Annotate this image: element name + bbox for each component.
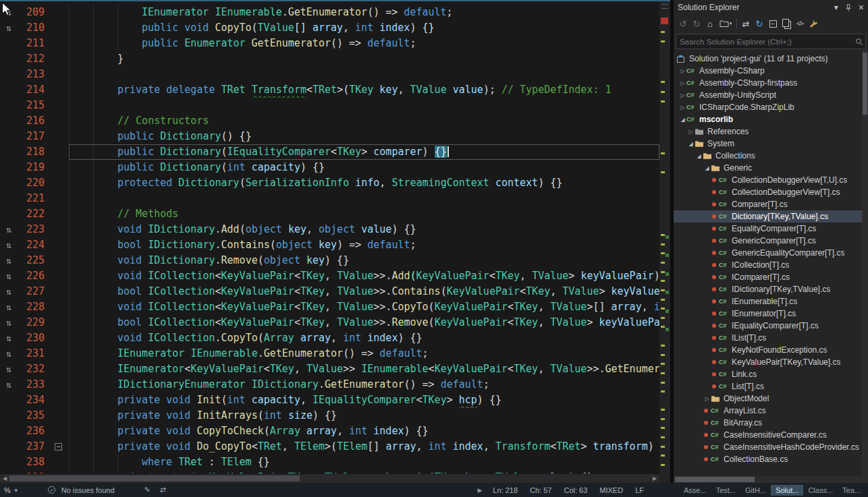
zoom-control[interactable]: % (4, 486, 11, 494)
line-number[interactable]: 221 (18, 191, 50, 206)
up-down-arrows-icon[interactable]: ⇅ (0, 346, 18, 361)
tree-item-file[interactable]: C#List[T].cs (674, 380, 868, 392)
glyph-margin[interactable] (0, 113, 18, 129)
code-text-area[interactable]: // Constructors (69, 113, 659, 129)
code-line[interactable]: ⇅228void ICollection<KeyValuePair<TKey, … (0, 299, 659, 315)
code-text-area[interactable]: IEnumerator<KeyValuePair<TKey, TValue>> … (69, 361, 659, 377)
code-line[interactable]: 215 (0, 98, 659, 113)
tree-item-folder[interactable]: ◢System (674, 138, 868, 150)
tree-item-project[interactable]: ▷C#Assembly-UnityScript (674, 89, 868, 101)
line-number[interactable]: 236 (18, 423, 50, 439)
code-text-area[interactable]: public Dictionary(IEqualityComparer<TKey… (69, 144, 659, 160)
up-down-arrows-icon[interactable]: ⇅ (0, 361, 18, 377)
glyph-margin[interactable] (0, 144, 18, 160)
code-line[interactable]: 236private void CopyToCheck(Array array,… (0, 423, 659, 439)
tree-item-file[interactable]: C#IComparer[T].cs (674, 271, 868, 283)
tree-item-project[interactable]: ▷C#Assembly-CSharp (674, 65, 868, 77)
up-down-arrows-icon[interactable]: ⇅ (0, 222, 18, 237)
code-text-area[interactable]: private void CopyToCheck(Array array, in… (69, 423, 659, 439)
glyph-margin[interactable] (0, 439, 18, 455)
status-eol[interactable]: LF (635, 486, 644, 494)
tree-item-file[interactable]: C#IList[T].cs (674, 332, 868, 344)
code-line[interactable]: 213 (0, 67, 659, 82)
line-number[interactable]: 235 (18, 408, 50, 423)
line-number[interactable]: 225 (18, 253, 50, 268)
up-down-arrows-icon[interactable]: ⇅ (0, 20, 18, 36)
up-down-arrows-icon[interactable]: ⇅ (0, 268, 18, 284)
zoom-dropdown-caret-icon[interactable]: ▼ (13, 488, 19, 494)
up-down-arrows-icon[interactable]: ⇅ (0, 5, 18, 20)
tree-item-file[interactable]: C#GenericEqualityComparer[T].cs (674, 247, 868, 259)
code-text-area[interactable]: where TRet : TElem {} (69, 455, 659, 470)
code-line[interactable]: 214private delegate TRet Transform<TRet>… (0, 82, 659, 98)
play-icon[interactable]: ▶ (477, 487, 482, 494)
code-line[interactable]: 238where TRet : TElem {} (0, 455, 659, 470)
up-down-arrows-icon[interactable]: ⇅ (0, 330, 18, 346)
up-down-arrows-icon[interactable]: ⇅ (0, 315, 18, 330)
line-number[interactable]: 238 (18, 455, 50, 470)
code-text-area[interactable] (69, 67, 659, 82)
glyph-margin[interactable] (0, 98, 18, 113)
collapsed-arrow-icon[interactable]: ▷ (679, 92, 686, 98)
line-number[interactable]: 229 (18, 315, 50, 330)
line-number[interactable]: 223 (18, 222, 50, 237)
tree-item-references[interactable]: ▷References (674, 125, 868, 138)
properties-icon[interactable] (807, 18, 820, 30)
glyph-margin[interactable] (0, 160, 18, 175)
horizontal-scroll-thumb[interactable] (9, 475, 300, 481)
line-number[interactable]: 213 (18, 67, 50, 82)
tree-item-file[interactable]: C#KeyNotFoundException.cs (674, 344, 868, 356)
code-text-area[interactable]: void ICollection<KeyValuePair<TKey, TVal… (69, 299, 659, 315)
code-line[interactable]: ⇅225void IDictionary.Remove(object key) … (0, 253, 659, 268)
tree-item-file[interactable]: C#CaseInsensitiveHashCodeProvider.cs (674, 441, 868, 453)
glyph-margin[interactable] (0, 51, 18, 67)
pencil-icon[interactable]: ✎ (144, 486, 151, 494)
line-number[interactable]: 209 (18, 5, 50, 20)
tool-window-tab[interactable]: Asse... (679, 485, 711, 496)
sync-with-active-document-icon[interactable]: ⇄ (739, 18, 753, 30)
code-text-area[interactable]: IEnumerator IEnumerable.GetEnumerator() … (69, 5, 659, 20)
tree-item-file[interactable]: C#ArrayList.cs (674, 405, 868, 417)
code-line[interactable]: 220protected Dictionary(SerializationInf… (0, 175, 659, 191)
tree-item-file[interactable]: C#Link.cs (674, 368, 868, 380)
scroll-right-arrow-icon[interactable]: ▶ (650, 474, 659, 483)
tree-item-file[interactable]: C#IEqualityComparer[T].cs (674, 320, 868, 332)
tree-item-solution[interactable]: Solution 'project-gui' (11 of 11 project… (674, 53, 868, 65)
vertical-scroll-thumb[interactable] (863, 53, 867, 115)
tree-item-file[interactable]: C#CollectionDebuggerView[T,U].cs (674, 174, 868, 186)
line-number[interactable]: 232 (18, 361, 50, 377)
code-text-area[interactable]: private void InitArrays(int size) {} (69, 408, 659, 423)
expanded-arrow-icon[interactable]: ◢ (695, 153, 703, 159)
line-number[interactable]: 218 (18, 144, 50, 160)
glyph-margin[interactable] (0, 175, 18, 191)
tree-item-file[interactable]: C#GenericComparer[T].cs (674, 235, 868, 247)
tree-item-file[interactable]: C#Comparer[T].cs (674, 198, 868, 210)
tool-window-tab[interactable]: Tea... (838, 485, 865, 496)
expanded-arrow-icon[interactable]: ◢ (687, 141, 695, 147)
line-number[interactable]: 214 (18, 82, 50, 98)
tree-item-project[interactable]: ◢C#mscorlib (674, 113, 868, 125)
code-text-area[interactable]: // Methods (69, 206, 659, 222)
search-icon[interactable] (853, 38, 865, 46)
up-down-arrows-icon[interactable]: ⇅ (0, 284, 18, 299)
code-text-area[interactable]: public Dictionary(int capacity) {} (69, 160, 659, 175)
code-line[interactable]: 235private void InitArrays(int size) {} (0, 408, 659, 423)
line-number[interactable]: 217 (18, 129, 50, 144)
line-number[interactable]: 216 (18, 113, 50, 129)
line-number[interactable]: 210 (18, 20, 50, 36)
tree-item-file[interactable]: C#CollectionDebuggerView[T].cs (674, 186, 868, 198)
issues-status-text[interactable]: No issues found (61, 486, 115, 494)
code-text-area[interactable]: public Enumerator GetEnumerator() => def… (69, 36, 659, 51)
code-line[interactable]: ⇅230void ICollection.CopyTo(Array array,… (0, 330, 659, 346)
code-line[interactable]: 212} (0, 51, 659, 67)
tree-vertical-scrollbar[interactable] (862, 50, 868, 476)
tree-item-folder[interactable]: ▷ObjectModel (674, 392, 868, 405)
tree-item-file[interactable]: C#BitArray.cs (674, 417, 868, 429)
back-icon[interactable]: ↺ (676, 18, 690, 30)
code-text-area[interactable]: } (69, 51, 659, 67)
line-number[interactable]: 228 (18, 299, 50, 315)
glyph-margin[interactable] (0, 129, 18, 144)
code-text-area[interactable]: bool IDictionary.Contains(object key) =>… (69, 237, 659, 253)
tree-item-file[interactable]: C#Dictionary[TKey,TValue].cs (674, 210, 868, 223)
code-editor[interactable]: ⇅209IEnumerator IEnumerable.GetEnumerato… (0, 1, 659, 473)
